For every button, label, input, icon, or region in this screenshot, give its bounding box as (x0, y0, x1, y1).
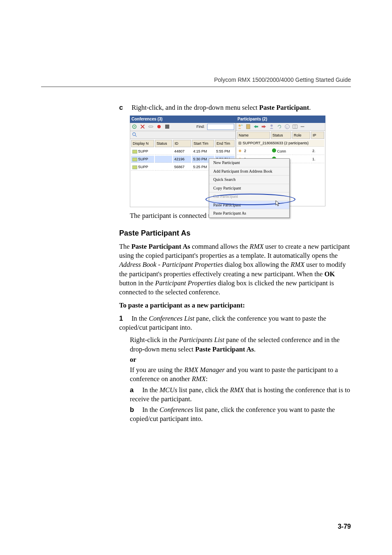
substep-letter-a: a (130, 385, 141, 394)
substep-letter-b: b (130, 405, 141, 414)
info-icon[interactable]: i (284, 124, 290, 130)
record-icon[interactable] (156, 124, 162, 130)
find-input[interactable] (207, 124, 234, 130)
col-end[interactable]: End Tim (215, 140, 235, 147)
step-c-text-1: Right-click, and in the drop-down menu s… (131, 104, 259, 111)
col-start[interactable]: Start Tim (192, 140, 214, 147)
step-c-text-2: . (309, 104, 311, 111)
substep-a: a In the MCUs list pane, click the RMX t… (130, 385, 351, 404)
layout-icon[interactable] (292, 124, 298, 130)
step-c-bold: Paste Participant (259, 104, 309, 111)
col-role[interactable]: Role (292, 132, 310, 139)
svg-point-3 (133, 133, 136, 136)
svg-point-14 (285, 125, 290, 129)
step-1: 1 In the Conferences List pane, click th… (119, 314, 351, 333)
conferences-titlebar: Conferences (3) (130, 116, 236, 123)
header-rule (41, 86, 351, 87)
step-letter-c: c (119, 103, 130, 112)
conference-icon (132, 165, 137, 169)
svg-point-8 (239, 125, 241, 127)
cursor-icon (275, 200, 280, 207)
conferences-toolbar: Find: (130, 123, 236, 131)
participant-icon (238, 149, 243, 153)
search-icon[interactable] (132, 132, 138, 138)
context-menu: New Participant Add Participant from Add… (209, 158, 290, 218)
col-ip[interactable]: IP (311, 132, 324, 139)
svg-text:i: i (286, 125, 287, 129)
connect-icon[interactable] (253, 124, 259, 130)
menu-paste-participant-as[interactable]: Paste Participant As (209, 209, 289, 217)
table-row[interactable]: 2 Conn 2. (237, 148, 324, 155)
menu-cut-participant: Cut Participant (209, 192, 289, 201)
step-1-continue-1: Right-click in the Participants List pan… (130, 335, 351, 354)
user-icon[interactable] (269, 124, 274, 130)
page-number: 3-79 (338, 523, 351, 530)
col-pstatus[interactable]: Status (271, 132, 291, 139)
participants-titlebar: Participants (2) (236, 116, 325, 123)
running-header: Polycom RMX 1500/2000/4000 Getting Start… (214, 76, 351, 83)
svg-rect-2 (149, 126, 153, 128)
col-display[interactable]: Display N (131, 140, 154, 147)
menu-new-participant[interactable]: New Participant (209, 159, 289, 167)
refresh-icon[interactable] (277, 124, 282, 130)
table-row[interactable]: SUPP 44807 4:15 PM 5:55 PM (131, 148, 235, 155)
link-icon[interactable] (148, 124, 154, 130)
col-status[interactable]: Status (155, 140, 172, 147)
status-connected-icon (272, 148, 276, 153)
svg-point-19 (239, 150, 241, 152)
step-1-continue-2: If you are using the RMX Manager and you… (130, 365, 351, 384)
svg-rect-12 (262, 126, 264, 127)
svg-text:+: + (241, 124, 243, 127)
add-participant-icon[interactable]: + (238, 124, 243, 130)
heading-paste-as: Paste Participant As (119, 228, 351, 238)
conference-icon (132, 157, 137, 162)
substep-b: b In the Conferences list pane, click th… (130, 405, 351, 424)
book-icon[interactable] (245, 124, 251, 130)
participants-toolbar: + i (236, 123, 325, 131)
svg-rect-11 (256, 126, 258, 127)
step-c: c Right-click, and in the drop-down menu… (119, 103, 351, 112)
find-label: Find: (196, 124, 205, 129)
svg-point-13 (270, 125, 272, 127)
step-1-or: or (130, 355, 351, 364)
embedded-screenshot: Conferences (3) Find: Display N (119, 116, 351, 207)
gear-icon[interactable] (131, 124, 137, 130)
svg-rect-5 (132, 150, 137, 153)
menu-add-from-book[interactable]: Add Participant from Address Book (209, 167, 289, 176)
col-name[interactable]: Name (237, 132, 270, 139)
search-toolbar (130, 131, 236, 139)
svg-rect-10 (247, 125, 250, 129)
more-icon[interactable] (300, 124, 306, 130)
delete-icon[interactable] (140, 124, 145, 130)
disconnect-icon[interactable] (261, 124, 267, 130)
svg-line-4 (135, 135, 137, 137)
menu-quick-search[interactable]: Quick Search (209, 176, 289, 184)
stop-icon[interactable] (165, 125, 169, 129)
group-row[interactable]: ⊟ SUPPORT_2180650633 (2 participants) (237, 140, 324, 147)
conference-icon (132, 150, 137, 154)
svg-rect-7 (132, 166, 137, 169)
col-id[interactable]: ID (173, 140, 191, 147)
svg-rect-6 (132, 158, 137, 161)
procedure-lead: To paste a participant as a new particip… (119, 301, 351, 310)
menu-copy-participant[interactable]: Copy Participant (209, 184, 289, 193)
body-paragraph: The Paste Participant As command allows … (119, 242, 351, 297)
step-number-1: 1 (119, 314, 130, 323)
svg-point-1 (134, 126, 135, 127)
